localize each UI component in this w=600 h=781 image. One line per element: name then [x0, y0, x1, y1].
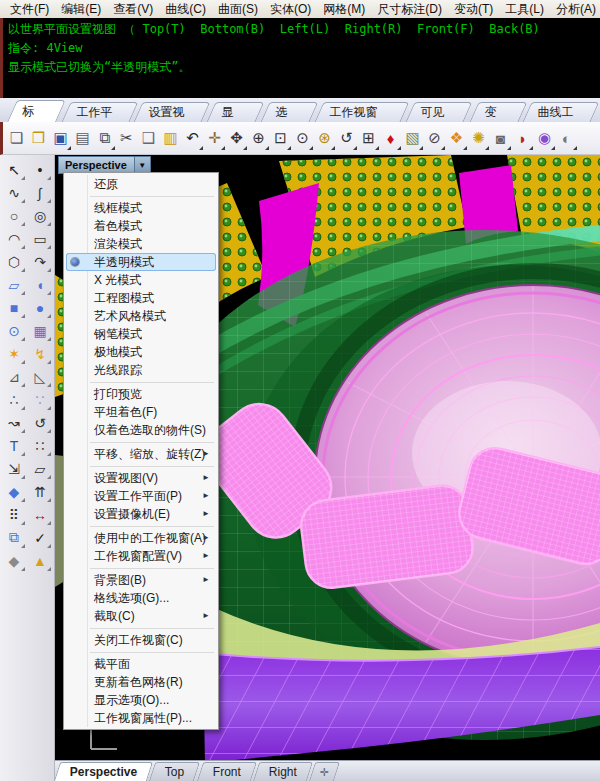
plan-view-icon[interactable]: ▧ [402, 126, 423, 151]
context-menu-item[interactable]: 平移、缩放、旋转(Z) ► [66, 445, 216, 463]
explode-tool[interactable]: ✶ [1, 342, 27, 365]
menu-bar-item[interactable]: 网格(M) [317, 1, 371, 18]
undo-view-icon[interactable]: ↺ [336, 126, 357, 151]
point-tool[interactable]: • [27, 158, 53, 181]
shear-tool[interactable]: ▱ [27, 457, 53, 480]
viewport-title[interactable]: Perspective [59, 159, 134, 171]
lock-icon[interactable]: ◙ [490, 126, 511, 151]
context-menu-item[interactable]: 显示选项(O)... ► [66, 691, 216, 709]
toolbar-tab[interactable]: 设置视图 [134, 102, 211, 122]
copy-to-clipboard-icon[interactable]: ⧉ [94, 126, 115, 151]
context-menu-item[interactable]: 使用中的工作视窗(A) ► [66, 529, 216, 547]
context-menu-item[interactable]: X 光模式 ► [66, 271, 216, 289]
copy-objects-tool[interactable]: ⧉ [1, 526, 27, 549]
rectangle-tool[interactable]: ▭ [27, 227, 53, 250]
zoom-dynamic-icon[interactable]: ⊙ [292, 126, 313, 151]
context-menu-item[interactable]: 光线跟踪 ► [66, 361, 216, 379]
zoom-in-icon[interactable]: ⊕ [248, 126, 269, 151]
light-icon[interactable]: ✺ [468, 126, 489, 151]
extrude-tool[interactable]: ⇈ [27, 480, 53, 503]
context-menu-item[interactable]: 工作视窗属性(P)... ► [66, 709, 216, 727]
box-tool[interactable]: ■ [1, 296, 27, 319]
arc-tool[interactable]: ◠ [1, 227, 27, 250]
viewport-tab[interactable]: Perspective [54, 762, 154, 781]
circle-tool[interactable]: ○ [1, 204, 27, 227]
context-menu-item[interactable]: 工程图模式 ► [66, 289, 216, 307]
context-menu-item[interactable]: 更新着色网格(R) ► [66, 673, 216, 691]
surface-plane-tool[interactable]: ▱ [1, 273, 27, 296]
surface-patch-tool[interactable]: ◖ [27, 273, 53, 296]
boolean-difference-tool[interactable]: ∵ [27, 388, 53, 411]
toolbar-tab[interactable]: 显示 [207, 102, 265, 122]
menu-bar-item[interactable]: 变动(T) [448, 1, 499, 18]
save-icon[interactable]: ▣ [50, 126, 71, 151]
cone-tool[interactable]: ▲ [27, 549, 53, 572]
copy-icon[interactable]: ❑ [138, 126, 159, 151]
drape-tool[interactable]: ◆ [1, 549, 27, 572]
boolean-union-tool[interactable]: ∴ [1, 388, 27, 411]
display-mode-icon[interactable]: ◗ [512, 126, 533, 151]
menu-bar-item[interactable]: 实体(O) [264, 1, 317, 18]
context-menu-item[interactable]: 着色模式 ► [66, 217, 216, 235]
context-menu-item[interactable]: 设置摄像机(E) ► [66, 505, 216, 523]
ellipse-tool[interactable]: ◎ [27, 204, 53, 227]
menu-bar-item[interactable]: 查看(V) [107, 1, 159, 18]
text-tool[interactable]: T [1, 434, 27, 457]
control-point-curve-tool[interactable]: ∫ [27, 181, 53, 204]
color-wheel-icon[interactable]: ◉ [534, 126, 555, 151]
toolbar-tab[interactable]: 选取 [261, 102, 319, 122]
zoom-selected-icon[interactable]: ⊛ [314, 126, 335, 151]
context-menu-item[interactable]: 线框模式 ► [66, 199, 216, 217]
toolbar-tab[interactable]: 标准 [7, 100, 66, 122]
context-menu-item[interactable]: 设置工作平面(P) ► [66, 487, 216, 505]
toolbar-tab[interactable]: 工作视窗配置 [314, 102, 409, 122]
rotate-view-icon[interactable]: ✥ [226, 126, 247, 151]
toolbar-tab[interactable]: 可见性 [406, 102, 473, 122]
select-tool[interactable]: ↖ [1, 158, 27, 181]
context-menu-item[interactable]: 极地模式 ► [66, 343, 216, 361]
toolbar-tab[interactable]: 曲线工具 [523, 102, 600, 122]
rotate-tool[interactable]: ↺ [27, 411, 53, 434]
undo-icon[interactable]: ↶ [182, 126, 203, 151]
viewport-tab[interactable]: Right [253, 762, 313, 781]
mesh-tool[interactable]: ▦ [27, 319, 53, 342]
blend-curve-tool[interactable]: ↝ [1, 411, 27, 434]
chamfer-surface-tool[interactable]: ◺ [27, 365, 53, 388]
polygon-tool[interactable]: ⬡ [1, 250, 27, 273]
context-menu-item[interactable]: 艺术风格模式 ► [66, 307, 216, 325]
named-view-icon[interactable]: ♦ [380, 126, 401, 151]
context-menu-item[interactable]: 格线选项(G)... ► [66, 589, 216, 607]
command-history-panel[interactable]: 以世界平面设置视图 （ Top(T) Bottom(B) Left(L) Rig… [0, 18, 600, 98]
menu-bar-item[interactable]: 编辑(E) [55, 1, 107, 18]
array-tool[interactable]: ⠿ [1, 503, 27, 526]
context-menu-item[interactable]: 钢笔模式 ► [66, 325, 216, 343]
pan-icon[interactable]: ✛ [204, 126, 225, 151]
menu-bar-item[interactable]: 工具(L) [499, 1, 550, 18]
menu-bar-item[interactable]: 尺寸标注(D) [371, 1, 448, 18]
zoom-window-icon[interactable]: ⊡ [270, 126, 291, 151]
scale-tool[interactable]: ⇲ [1, 457, 27, 480]
new-file-icon[interactable]: ❏ [6, 126, 27, 151]
cut-icon[interactable]: ✂ [116, 126, 137, 151]
toolbar-tab[interactable]: 工作平面 [61, 102, 138, 122]
context-menu-item[interactable]: 半透明模式 ► [66, 253, 216, 271]
context-menu-item[interactable]: 仅着色选取的物件(S) ► [66, 421, 216, 439]
check-tool[interactable]: ✓ [27, 526, 53, 549]
context-menu-item[interactable]: 工作视窗配置(V) ► [66, 547, 216, 565]
chamfer-edge-tool[interactable]: ⊿ [1, 365, 27, 388]
context-menu-item[interactable]: 截平面 ► [66, 655, 216, 673]
menu-bar-item[interactable]: 曲面(S) [212, 1, 264, 18]
menu-bar-item[interactable]: 分析(A) [550, 1, 600, 18]
context-menu-item[interactable]: 打印预览 ► [66, 385, 216, 403]
curve-handle-tool[interactable]: ↷ [27, 250, 53, 273]
shaded-view-icon[interactable]: ◐ [556, 126, 577, 151]
context-menu-item[interactable]: 关闭工作视窗(C) ► [66, 631, 216, 649]
print-icon[interactable]: ▤ [72, 126, 93, 151]
viewport-title-menu-button[interactable]: ▼ [134, 157, 150, 173]
context-menu-item[interactable]: 还原 ► [66, 175, 216, 193]
sphere-tool[interactable]: ● [27, 296, 53, 319]
viewport-tab[interactable]: Front [197, 762, 257, 781]
fillet-tool[interactable]: ↯ [27, 342, 53, 365]
toolbar-tab[interactable]: 变动 [469, 102, 527, 122]
viewport-layout-icon[interactable]: ⊞ [358, 126, 379, 151]
